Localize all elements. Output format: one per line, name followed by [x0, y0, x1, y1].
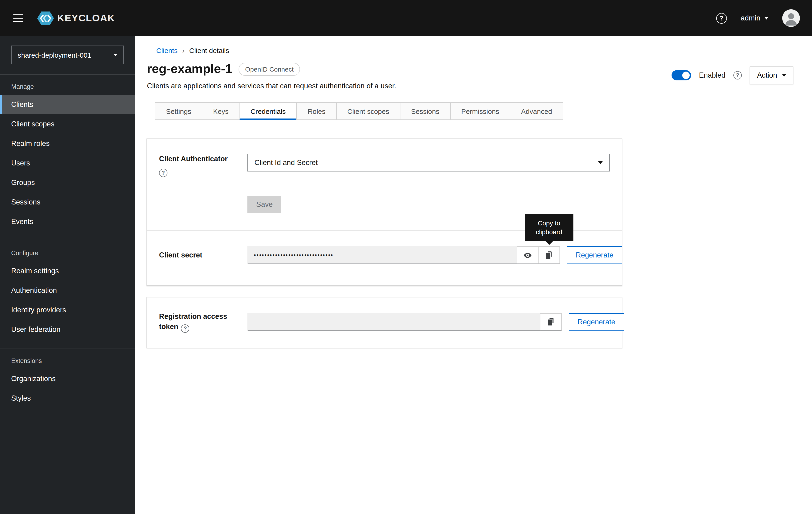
copy-secret-button[interactable]: Copy to clipboard: [538, 246, 560, 264]
help-icon[interactable]: ?: [159, 169, 167, 177]
sidebar: shared-deployment-001 Manage Clients Cli…: [0, 36, 135, 514]
sidebar-item-clients[interactable]: Clients: [0, 95, 135, 114]
page-header-left: reg-example-1 OpenID Connect Clients are…: [147, 62, 396, 90]
client-secret-field: ••••••••••••••••••••••••••••••: [248, 246, 517, 264]
client-secret-control: ••••••••••••••••••••••••••••••: [248, 246, 622, 264]
action-dropdown-button[interactable]: Action: [750, 66, 793, 84]
realm-selector-area: shared-deployment-001: [0, 36, 135, 75]
client-secret-section: Client secret ••••••••••••••••••••••••••…: [147, 231, 622, 285]
tab-credentials[interactable]: Credentials: [239, 102, 297, 120]
masthead: KEYCLOAK ? admin: [0, 0, 812, 36]
sidebar-item-user-federation[interactable]: User federation: [0, 320, 135, 339]
chevron-down-icon: [114, 54, 117, 56]
copy-icon: [545, 251, 553, 260]
user-menu[interactable]: admin: [741, 14, 768, 22]
main-content: Clients › Client details reg-example-1 O…: [135, 0, 812, 376]
nav-group-extensions: Extensions Organizations Styles: [0, 349, 135, 411]
copy-token-button[interactable]: [540, 313, 562, 331]
nav-group-title-manage: Manage: [0, 75, 135, 95]
tab-client-scopes[interactable]: Client scopes: [336, 102, 400, 120]
keycloak-logo: KEYCLOAK: [37, 10, 115, 26]
sidebar-item-sessions[interactable]: Sessions: [0, 192, 135, 212]
breadcrumb-current: Client details: [189, 47, 229, 54]
copy-tooltip: Copy to clipboard: [525, 214, 573, 241]
client-authenticator-label: Client Authenticator: [159, 154, 233, 164]
realm-selector[interactable]: shared-deployment-001: [11, 46, 124, 64]
chevron-down-icon: [764, 17, 768, 19]
registration-token-label-block: Registration access token?: [159, 311, 233, 333]
registration-token-card: Registration access token?: [146, 297, 622, 348]
sidebar-item-realm-settings[interactable]: Realm settings: [0, 261, 135, 281]
chevron-down-icon: [782, 74, 786, 77]
hamburger-menu-icon[interactable]: [12, 10, 24, 26]
registration-token-control: Regenerate: [248, 313, 624, 331]
sidebar-item-events[interactable]: Events: [0, 212, 135, 232]
avatar[interactable]: [782, 9, 800, 27]
sidebar-item-groups[interactable]: Groups: [0, 173, 135, 192]
tab-settings[interactable]: Settings: [155, 102, 202, 120]
page-title: reg-example-1: [147, 62, 232, 76]
client-authenticator-value: Client Id and Secret: [254, 158, 318, 167]
protocol-badge: OpenID Connect: [239, 62, 300, 75]
sidebar-item-organizations[interactable]: Organizations: [0, 369, 135, 389]
breadcrumb-separator-icon: ›: [182, 47, 185, 54]
save-button[interactable]: Save: [248, 195, 282, 213]
sidebar-item-users[interactable]: Users: [0, 153, 135, 173]
help-icon[interactable]: ?: [733, 71, 742, 80]
page-header: reg-example-1 OpenID Connect Clients are…: [135, 54, 812, 90]
credentials-tab-content: Client Authenticator ? Client Id and Sec…: [135, 120, 812, 376]
username: admin: [741, 14, 760, 22]
client-secret-label: Client secret: [159, 250, 233, 260]
nav-group-title-configure: Configure: [0, 241, 135, 261]
registration-token-field: [248, 313, 541, 331]
client-authenticator-select[interactable]: Client Id and Secret: [248, 154, 610, 172]
page-description: Clients are applications and services th…: [147, 82, 396, 90]
client-authenticator-control: Client Id and Secret Save: [248, 154, 610, 213]
nav-group-manage: Manage Clients Client scopes Realm roles…: [0, 75, 135, 234]
help-icon[interactable]: ?: [181, 324, 190, 333]
sidebar-item-identity-providers[interactable]: Identity providers: [0, 300, 135, 320]
copy-icon: [547, 318, 555, 327]
keycloak-admin-console: KEYCLOAK ? admin shared-deployment-001: [0, 0, 812, 514]
registration-token-label: Registration access token: [159, 312, 227, 330]
breadcrumb: Clients › Client details: [135, 36, 812, 54]
sidebar-item-client-scopes[interactable]: Client scopes: [0, 114, 135, 134]
show-secret-button[interactable]: [517, 246, 539, 264]
tab-permissions[interactable]: Permissions: [450, 102, 510, 120]
tab-advanced[interactable]: Advanced: [510, 102, 563, 120]
sidebar-item-authentication[interactable]: Authentication: [0, 281, 135, 300]
regenerate-token-button[interactable]: Regenerate: [569, 313, 624, 331]
tab-bar: Settings Keys Credentials Roles Client s…: [155, 102, 812, 120]
registration-token-section: Registration access token?: [147, 297, 622, 347]
realm-name: shared-deployment-001: [18, 51, 91, 59]
page-header-controls: Enabled ? Action: [671, 62, 793, 84]
tab-sessions[interactable]: Sessions: [400, 102, 451, 120]
client-authenticator-label-block: Client Authenticator ?: [159, 154, 233, 213]
sidebar-item-styles[interactable]: Styles: [0, 389, 135, 408]
eye-icon: [523, 251, 532, 260]
nav-group-configure: Configure Realm settings Authentication …: [0, 241, 135, 342]
help-icon[interactable]: ?: [716, 13, 727, 24]
tab-keys[interactable]: Keys: [202, 102, 240, 120]
action-label: Action: [757, 71, 777, 80]
chevron-down-icon: [598, 161, 603, 164]
nav-group-title-extensions: Extensions: [0, 349, 135, 369]
enabled-label: Enabled: [699, 71, 725, 80]
sidebar-item-realm-roles[interactable]: Realm roles: [0, 134, 135, 153]
breadcrumb-clients-link[interactable]: Clients: [156, 47, 178, 54]
keycloak-logo-icon: [37, 10, 54, 26]
enabled-toggle[interactable]: [671, 70, 691, 81]
brand-wordmark: KEYCLOAK: [57, 12, 115, 24]
tab-roles[interactable]: Roles: [296, 102, 337, 120]
regenerate-secret-button[interactable]: Regenerate: [567, 246, 622, 264]
credentials-card: Client Authenticator ? Client Id and Sec…: [146, 139, 622, 286]
